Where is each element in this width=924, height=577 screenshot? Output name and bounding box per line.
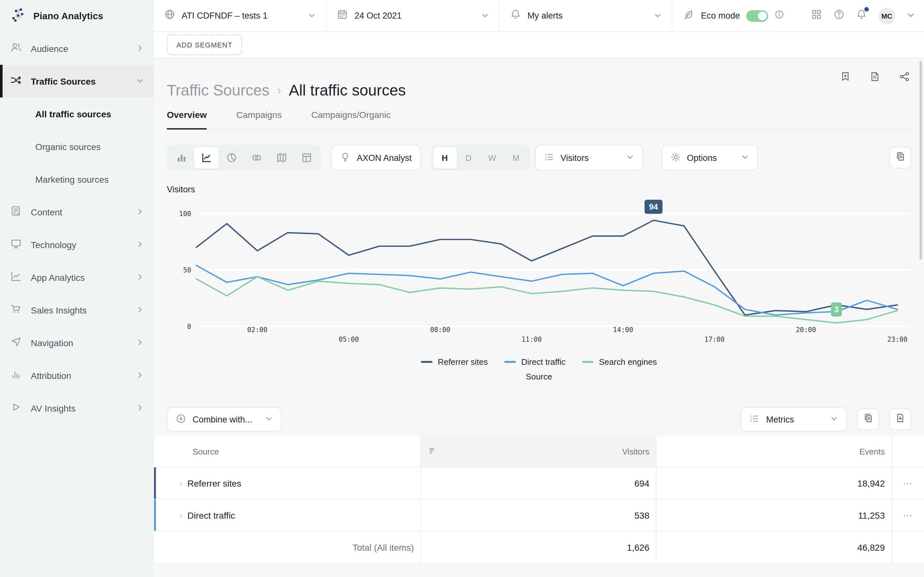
bar-chart-icon[interactable] — [169, 147, 194, 169]
export-button[interactable] — [889, 408, 911, 430]
page-actions: D — [840, 71, 910, 85]
sidebar-item-audience[interactable]: Audience — [0, 32, 154, 65]
metric-dropdown[interactable]: Visitors — [535, 145, 643, 171]
leaf-icon — [683, 9, 695, 23]
legend-item-search-engines[interactable]: Search engines — [582, 357, 657, 367]
svg-text:08:00: 08:00 — [430, 326, 450, 334]
table-toolbar: Combine with... Metrics — [167, 407, 911, 432]
main-content: D Traffic Sources › All traffic sources … — [154, 58, 924, 577]
audience-icon — [10, 42, 22, 55]
app-window: Piano Analytics Audience Traffic Sources… — [0, 0, 924, 577]
row-events-value: 18,942 — [656, 467, 891, 499]
chevron-right-icon[interactable]: › — [180, 479, 182, 488]
bell-icon — [510, 9, 521, 23]
map-icon[interactable] — [269, 147, 294, 169]
breadcrumb-section[interactable]: Traffic Sources — [167, 81, 270, 99]
sidebar-item-content[interactable]: Content — [0, 195, 154, 228]
apps-grid-icon[interactable] — [811, 9, 822, 23]
add-segment-button[interactable]: ADD SEGMENT — [167, 35, 242, 55]
chevron-right-icon — [136, 305, 144, 315]
column-header-label: Visitors — [622, 447, 649, 456]
tab-campaigns[interactable]: Campaigns — [236, 110, 282, 129]
alerts-selector[interactable]: My alerts — [500, 0, 673, 31]
lightbulb-icon — [340, 152, 351, 164]
table-row-referrer-sites[interactable]: › Referrer sites 694 18,942 ⋯ — [154, 467, 924, 499]
row-accent-bar — [154, 467, 156, 499]
chevron-down-icon — [481, 10, 489, 21]
svg-text:94: 94 — [649, 202, 658, 211]
date-selector-value: 24 Oct 2021 — [355, 11, 402, 21]
sidebar-item-technology[interactable]: Technology — [0, 228, 154, 261]
app-name: Piano Analytics — [33, 11, 103, 21]
sidebar-subitem-label: Marketing sources — [35, 174, 109, 184]
pie-chart-icon[interactable] — [219, 147, 244, 169]
granularity-month[interactable]: M — [504, 147, 528, 169]
sidebar-item-navigation[interactable]: Navigation — [0, 326, 154, 359]
row-visitors-value: 538 — [420, 500, 656, 531]
table-row-direct-traffic[interactable]: › Direct traffic 538 11,253 ⋯ — [154, 499, 924, 531]
eco-mode-toggle[interactable] — [746, 10, 768, 21]
table-icon[interactable] — [294, 147, 319, 169]
legend-item-direct-traffic[interactable]: Direct traffic — [505, 357, 565, 367]
column-header-visitors[interactable]: Visitors — [420, 437, 656, 467]
column-header-actions — [891, 437, 924, 467]
total-label: Total (All items) — [154, 532, 420, 563]
combine-with-dropdown[interactable]: Combine with... — [167, 407, 282, 432]
sidebar-item-app-analytics[interactable]: App Analytics — [0, 261, 154, 293]
granularity-week[interactable]: W — [480, 147, 504, 169]
sidebar-item-av-insights[interactable]: AV Insights — [0, 392, 154, 424]
line-chart[interactable]: 10050094302:0005:0008:0011:0014:0017:002… — [167, 198, 911, 347]
notification-dot — [864, 7, 869, 11]
axon-analyst-button[interactable]: AXON Analyst — [331, 145, 421, 171]
svg-text:D: D — [873, 75, 877, 79]
svg-text:17:00: 17:00 — [704, 335, 724, 343]
info-icon[interactable] — [774, 10, 784, 22]
granularity-switcher: H D W M — [431, 145, 530, 171]
scrollbar-thumb[interactable] — [919, 61, 922, 259]
venn-icon[interactable] — [244, 147, 269, 169]
copy-icon — [895, 151, 905, 164]
row-menu-button[interactable]: ⋯ — [891, 467, 924, 499]
total-visitors-value: 1,626 — [420, 532, 656, 563]
sidebar-subitem-organic-sources[interactable]: Organic sources — [0, 130, 154, 163]
sidebar-item-attribution[interactable]: Attribution — [0, 359, 154, 392]
avatar[interactable]: MC — [879, 7, 895, 24]
sidebar-item-label: App Analytics — [31, 272, 127, 282]
eco-mode-label: Eco mode — [701, 11, 740, 21]
granularity-day[interactable]: D — [457, 147, 480, 169]
sidebar-item-traffic-sources[interactable]: Traffic Sources — [0, 65, 154, 97]
chevron-down-icon — [830, 414, 838, 424]
notifications-bell-icon[interactable] — [856, 9, 867, 23]
svg-text:05:00: 05:00 — [338, 335, 359, 343]
metrics-dropdown[interactable]: Metrics — [740, 407, 847, 432]
av-insights-icon — [10, 401, 22, 415]
help-icon[interactable] — [834, 9, 845, 23]
chevron-right-icon — [136, 207, 144, 217]
sidebar-subitem-marketing-sources[interactable]: Marketing sources — [0, 163, 154, 195]
date-selector[interactable]: 24 Oct 2021 — [327, 0, 500, 31]
app-logo[interactable]: Piano Analytics — [0, 0, 154, 32]
copy-table-button[interactable] — [857, 408, 879, 430]
tab-campaigns-organic[interactable]: Campaigns/Organic — [311, 110, 391, 129]
site-selector[interactable]: ATI CDFNDF – tests 1 — [154, 0, 327, 31]
chevron-right-icon[interactable]: › — [180, 511, 182, 520]
column-header-source[interactable]: Source — [154, 437, 420, 467]
column-header-events[interactable]: Events — [656, 437, 891, 467]
copy-chart-button[interactable] — [889, 147, 911, 169]
chart-toolbar: AXON Analyst H D W M Visitors Options — [167, 145, 911, 171]
tab-overview[interactable]: Overview — [167, 110, 207, 129]
line-chart-icon[interactable] — [194, 147, 219, 169]
sidebar-subitem-all-traffic-sources[interactable]: All traffic sources — [0, 97, 154, 130]
combine-with-label: Combine with... — [192, 414, 252, 424]
svg-text:11:00: 11:00 — [521, 335, 541, 343]
share-icon[interactable] — [899, 71, 910, 85]
sidebar-item-sales-insights[interactable]: Sales Insights — [0, 293, 154, 326]
chevron-down-icon — [136, 76, 144, 86]
bookmark-icon[interactable] — [840, 71, 851, 85]
chevron-down-icon[interactable] — [907, 10, 915, 21]
options-dropdown[interactable]: Options — [661, 145, 758, 171]
document-icon[interactable]: D — [869, 71, 880, 85]
row-menu-button[interactable]: ⋯ — [891, 500, 924, 531]
granularity-hour[interactable]: H — [433, 147, 457, 169]
legend-item-referrer-sites[interactable]: Referrer sites — [421, 357, 488, 367]
